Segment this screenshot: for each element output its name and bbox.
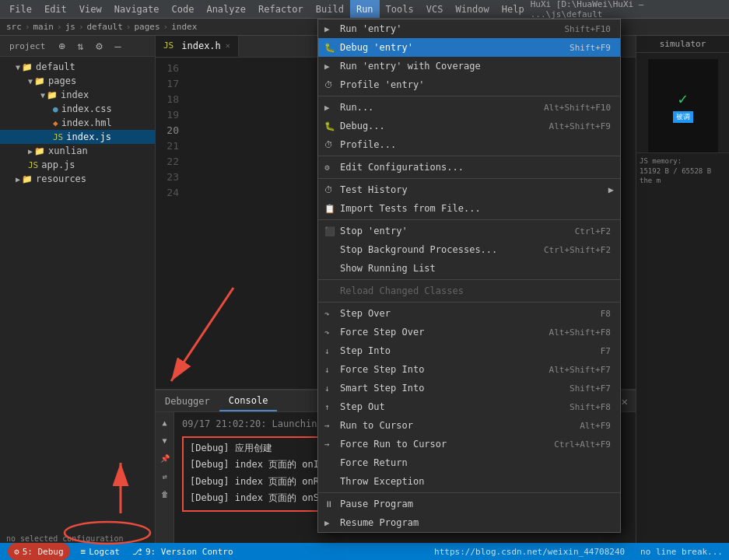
menu-show-running-label: Show Running List xyxy=(340,263,436,274)
minimize-button[interactable]: — xyxy=(110,39,124,53)
run-to-cursor-icon: → xyxy=(324,421,330,431)
breadcrumb-sep-2: › xyxy=(57,22,62,32)
tree-file-hml[interactable]: ◆ index.hml xyxy=(0,116,155,130)
close-panel-btn[interactable]: ✕ xyxy=(620,394,629,409)
tree-label-xunlian: xunlian xyxy=(48,145,88,156)
menu-file[interactable]: File xyxy=(3,0,38,18)
menu-force-run-cursor[interactable]: → Force Run to Cursor Ctrl+Alt+F9 xyxy=(318,435,620,453)
menu-force-return[interactable]: Force Return xyxy=(318,453,620,472)
menu-debug-dots[interactable]: 🐛 Debug... Alt+Shift+F9 xyxy=(318,117,620,135)
menu-pause-program[interactable]: ⏸ Pause Program xyxy=(318,495,620,513)
statusbar: ⚙ 5: Debug ≡ Logcat ⎇ 9: Version Contro … xyxy=(0,543,729,560)
csdn-link: https://blog.csdn.net/weixin_44708240 xyxy=(434,547,625,557)
menu-run[interactable]: Run xyxy=(350,0,380,18)
tab-debugger[interactable]: Debugger xyxy=(156,390,219,411)
menu-stop-entry-label: Stop 'entry' xyxy=(340,226,408,236)
menu-navigate[interactable]: Navigate xyxy=(108,0,166,18)
menu-import-tests[interactable]: 📋 Import Tests from File... xyxy=(318,199,620,218)
panel-down-icon[interactable]: ▼ xyxy=(160,435,168,446)
version-control-status-item[interactable]: ⎇ 9: Version Contro xyxy=(129,547,237,557)
breadcrumb-default[interactable]: default xyxy=(87,22,123,32)
menu-force-step-over[interactable]: ↷ Force Step Over Alt+Shift+F8 xyxy=(318,323,620,341)
tab-console[interactable]: Console xyxy=(219,390,278,411)
menu-edit[interactable]: Edit xyxy=(38,0,73,18)
menu-profile-dots[interactable]: ⏱ Profile... xyxy=(318,135,620,154)
panel-trash-icon[interactable]: 🗑 xyxy=(159,488,170,500)
tree-file-appjs[interactable]: JS app.js xyxy=(0,158,155,172)
menu-run-to-cursor[interactable]: → Run to Cursor Alt+F9 xyxy=(318,416,620,435)
menu-stop-entry[interactable]: ⬛ Stop 'entry' Ctrl+F2 xyxy=(318,222,620,240)
tab-console-label: Console xyxy=(229,395,268,406)
menu-vcs[interactable]: VCS xyxy=(420,0,450,18)
menu-help[interactable]: Help xyxy=(496,0,531,18)
sim-check-icon: ✓ xyxy=(678,89,687,108)
step-into-shortcut: F7 xyxy=(601,346,611,356)
logcat-status-item[interactable]: ≡ Logcat xyxy=(78,547,123,557)
breadcrumb-src[interactable]: src xyxy=(6,22,22,32)
stop-entry-shortcut: Ctrl+F2 xyxy=(575,226,611,236)
editor-tab-index[interactable]: JS index.h ✕ xyxy=(156,36,239,57)
menu-debug-entry[interactable]: 🐛 Debug 'entry' Shift+F9 xyxy=(318,38,620,57)
add-button[interactable]: ⊕ xyxy=(54,39,68,53)
menu-step-over-label: Step Over xyxy=(340,308,391,319)
breadcrumb-js[interactable]: js xyxy=(65,22,75,32)
tree-folder-pages[interactable]: ▼ 📁 pages xyxy=(0,74,155,88)
stop-background-shortcut: Ctrl+Shift+F2 xyxy=(544,245,611,255)
panel-up-icon[interactable]: ▲ xyxy=(160,417,168,429)
breadcrumb-main[interactable]: main xyxy=(33,22,54,32)
expand-arrow-pages: ▼ xyxy=(28,77,33,86)
menu-step-into[interactable]: ↓ Step Into F7 xyxy=(318,341,620,360)
menu-sep-6 xyxy=(318,302,620,303)
run-dropdown-menu[interactable]: ▶ Run 'entry' Shift+F10 🐛 Debug 'entry' … xyxy=(317,19,621,533)
menu-run-entry-label: Run 'entry' xyxy=(340,23,401,34)
menu-tools[interactable]: Tools xyxy=(380,0,420,18)
run-coverage-icon: ▶ xyxy=(324,61,330,72)
sync-button[interactable]: ⇅ xyxy=(73,39,87,53)
breadcrumb-sep-5: › xyxy=(163,22,169,32)
tree-folder-default[interactable]: ▼ 📁 default xyxy=(0,60,155,74)
menu-step-over[interactable]: ↷ Step Over F8 xyxy=(318,304,620,323)
menu-step-out-label: Step Out xyxy=(340,401,385,412)
tree-file-css[interactable]: ● index.css xyxy=(0,102,155,116)
menu-resume-program[interactable]: ▶ Resume Program xyxy=(318,513,620,532)
panel-sync-icon[interactable]: ⇄ xyxy=(160,471,168,482)
menu-sep-5 xyxy=(318,279,620,280)
menu-build[interactable]: Build xyxy=(310,0,350,18)
menu-profile-dots-label: Profile... xyxy=(340,139,396,150)
sim-tag: 被调 xyxy=(673,111,693,123)
tree-folder-index[interactable]: ▼ 📁 index xyxy=(0,88,155,102)
selected-config: no selected configuration xyxy=(6,534,124,543)
settings-icon[interactable]: ⚙ xyxy=(92,39,106,53)
tree-folder-resources[interactable]: ▶ 📁 resources xyxy=(0,172,155,186)
menu-view[interactable]: View xyxy=(73,0,108,18)
menu-resume-label: Resume Program xyxy=(340,517,419,528)
menu-run-entry[interactable]: ▶ Run 'entry' Shift+F10 xyxy=(318,19,620,38)
breadcrumb-index[interactable]: index xyxy=(171,22,197,32)
menu-stop-background[interactable]: Stop Background Processes... Ctrl+Shift+… xyxy=(318,240,620,259)
menu-profile-entry[interactable]: ⏱ Profile 'entry' xyxy=(318,75,620,94)
breadcrumb-pages[interactable]: pages xyxy=(134,22,159,32)
memory-note: the m xyxy=(640,176,726,186)
menu-code[interactable]: Code xyxy=(166,0,201,18)
menu-edit-configs[interactable]: ⚙ Edit Configurations... xyxy=(318,158,620,177)
project-info: HuXi [D:\HuaWei\HuXi — ...\js\default xyxy=(531,0,726,19)
debug-status-item[interactable]: ⚙ 5: Debug xyxy=(8,543,70,560)
tab-close-button[interactable]: ✕ xyxy=(226,41,230,50)
menu-refactor[interactable]: Refactor xyxy=(252,0,310,18)
menu-smart-step-into[interactable]: ↓ Smart Step Into Shift+F7 xyxy=(318,379,620,397)
menu-run-coverage[interactable]: ▶ Run 'entry' with Coverage xyxy=(318,57,620,75)
tree-file-js[interactable]: JS index.js xyxy=(0,130,155,144)
menu-run-dots[interactable]: ▶ Run... Alt+Shift+F10 xyxy=(318,98,620,117)
menu-test-history[interactable]: ⏱ Test History ▶ xyxy=(318,180,620,199)
force-run-cursor-shortcut: Ctrl+Alt+F9 xyxy=(554,439,611,450)
panel-pin-icon[interactable]: 📌 xyxy=(159,453,171,464)
menu-show-running[interactable]: Show Running List xyxy=(318,259,620,278)
menu-throw-exception[interactable]: Throw Exception xyxy=(318,472,620,491)
smart-step-into-shortcut: Shift+F7 xyxy=(570,383,611,394)
menu-step-out[interactable]: ↑ Step Out Shift+F8 xyxy=(318,397,620,416)
tree-folder-xunlian[interactable]: ▶ 📁 xunlian xyxy=(0,144,155,158)
menu-force-step-into[interactable]: ↓ Force Step Into Alt+Shift+F7 xyxy=(318,360,620,379)
breadcrumb-sep-3: › xyxy=(79,22,84,32)
menu-analyze[interactable]: Analyze xyxy=(200,0,252,18)
menu-window[interactable]: Window xyxy=(449,0,495,18)
